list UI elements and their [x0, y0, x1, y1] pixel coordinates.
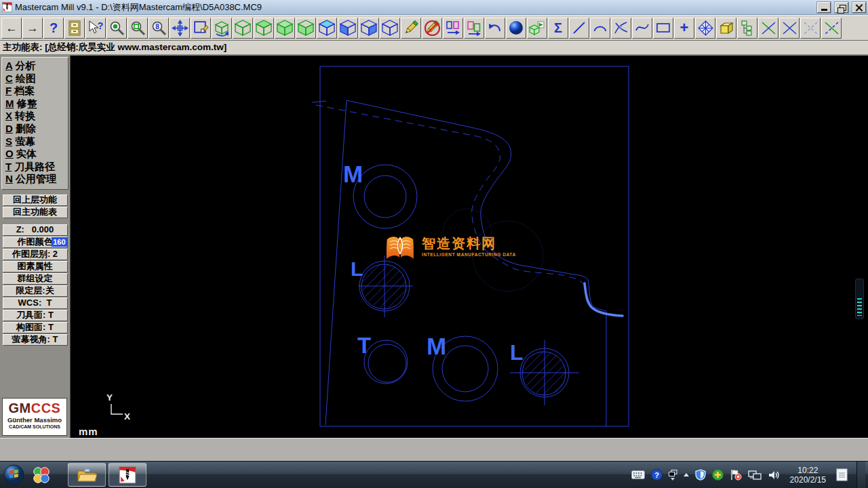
safety-plus-icon[interactable] — [712, 469, 724, 481]
cad-drawing[interactable]: MLTML Y X mm — [71, 56, 868, 438]
menu-item-solids[interactable]: O 实体 — [5, 148, 68, 161]
zoom-out-button[interactable]: 8 — [149, 18, 169, 39]
explorer-task-button[interactable] — [68, 463, 106, 487]
gview-side-button[interactable] — [296, 18, 316, 39]
mastercam-task-button[interactable] — [108, 463, 146, 487]
cplane-top-button[interactable] — [317, 18, 337, 39]
menu-item-create[interactable]: C 绘图 — [5, 73, 68, 85]
gview-shaded-button[interactable] — [275, 18, 295, 39]
notification-doc-icon[interactable] — [836, 468, 848, 481]
right-edge-widget[interactable] — [855, 279, 864, 319]
copy-offset-button[interactable] — [464, 18, 484, 39]
clock-time: 10:22 — [790, 466, 826, 475]
fit-view-button[interactable] — [170, 18, 190, 39]
xform-rotate-button[interactable] — [779, 18, 800, 39]
tick-line[interactable] — [312, 101, 326, 102]
part-label[interactable]: M — [343, 161, 363, 187]
menu-item-toolpaths[interactable]: T 刀具路径 — [5, 161, 68, 174]
transform-cube-icon — [529, 20, 546, 37]
network-icon[interactable] — [748, 470, 762, 481]
analyze-cursor-button[interactable]: ? — [85, 18, 106, 39]
back-button[interactable]: ← — [1, 18, 22, 39]
show-hidden-icon[interactable] — [684, 473, 689, 476]
gview-top-button[interactable] — [254, 18, 274, 39]
restore-icon — [840, 5, 846, 11]
menu-item-xform[interactable]: X 转换 — [5, 110, 68, 123]
xform-mirror-button[interactable] — [758, 18, 778, 39]
shade-sphere-button[interactable] — [506, 18, 526, 39]
draw-level-button[interactable]: 作图层别: 2 — [3, 249, 68, 260]
backup-button[interactable]: 回上层功能 — [3, 195, 68, 206]
xform-offset-button[interactable] — [821, 18, 842, 39]
menu-item-analyze[interactable]: A 分析 — [5, 60, 68, 73]
translate-button[interactable] — [443, 18, 463, 39]
menu-item-file[interactable]: F 档案 — [5, 85, 68, 98]
limit-level-button[interactable]: 限定层:关 — [3, 285, 68, 297]
part-labels: MLTML — [343, 161, 524, 365]
menu-item-screen[interactable]: S 萤幕 — [5, 136, 68, 148]
minimize-button[interactable] — [817, 2, 831, 13]
create-rectangle-button[interactable] — [653, 18, 673, 39]
part-label[interactable]: M — [427, 333, 446, 359]
xform-scale-button[interactable] — [800, 18, 821, 39]
cplane-front-button[interactable] — [338, 18, 358, 39]
part-label[interactable]: L — [510, 340, 524, 365]
rotate-view-button[interactable] — [212, 18, 232, 39]
gview-wireframe-button[interactable] — [233, 18, 253, 39]
create-arc-button[interactable] — [590, 18, 610, 39]
forward-button[interactable]: → — [22, 18, 43, 39]
part-label[interactable]: L — [351, 258, 363, 280]
operations-manager-button[interactable] — [737, 18, 757, 39]
transform-cube-button[interactable] — [527, 18, 547, 39]
part-geometry[interactable] — [312, 66, 629, 426]
taskbar-clock[interactable]: 10:22 2020/2/15 — [786, 466, 830, 485]
create-surface-button[interactable] — [695, 18, 715, 39]
menu-item-modify[interactable]: M 修整 — [5, 98, 68, 110]
create-solid-button[interactable] — [716, 18, 736, 39]
repaint-button[interactable] — [191, 18, 211, 39]
tool-plane-button[interactable]: 刀具面: T — [3, 310, 68, 321]
file-cabinet-button[interactable] — [64, 18, 85, 39]
wcs-button[interactable]: WCS: T — [3, 298, 68, 309]
zoom-in-button[interactable] — [106, 18, 127, 39]
security-shield-icon[interactable] — [695, 469, 706, 481]
calculator-sigma-button[interactable]: Σ — [548, 18, 568, 39]
action-center-icon[interactable] — [730, 469, 742, 481]
z-depth-button[interactable]: Z: 0.000 — [3, 224, 68, 236]
graphics-area[interactable]: MLTML Y X mm — [71, 56, 868, 438]
keyboard-icon[interactable] — [631, 470, 645, 479]
create-point-button[interactable]: + — [674, 18, 694, 39]
calculator-sigma-icon: Σ — [554, 21, 562, 35]
restore-button[interactable] — [835, 2, 848, 13]
delete-entity-button[interactable] — [422, 18, 442, 39]
ime-help-icon[interactable]: ? — [651, 469, 663, 481]
main-menu-button[interactable]: 回主功能表 — [3, 207, 68, 218]
groups-button[interactable]: 群组设定 — [3, 273, 68, 285]
browser-app-button[interactable] — [27, 462, 56, 488]
cplane-side-button[interactable] — [359, 18, 379, 39]
trim-button[interactable] — [611, 18, 631, 39]
close-button[interactable] — [852, 2, 866, 13]
attributes-button[interactable]: 图素属性 — [3, 261, 68, 272]
zoom-window-button[interactable] — [127, 18, 148, 39]
cplane-iso-button[interactable] — [380, 18, 400, 39]
bore-circle[interactable] — [364, 176, 406, 218]
sketch-pencil-button[interactable] — [401, 18, 421, 39]
part-label[interactable]: T — [357, 333, 371, 358]
draw-color-button[interactable]: 作图颜色160 — [3, 237, 68, 248]
create-line-button[interactable] — [569, 18, 589, 39]
window-restore-icon[interactable] — [669, 470, 677, 481]
hole-circle[interactable] — [368, 344, 406, 382]
help-button[interactable]: ? — [43, 18, 64, 39]
bore-circle[interactable] — [442, 346, 488, 392]
create-spline-button[interactable] — [632, 18, 652, 39]
start-button[interactable] — [0, 462, 27, 488]
menu-item-delete[interactable]: D 删除 — [5, 123, 68, 136]
menu-item-utilities[interactable]: N 公用管理 — [5, 173, 68, 186]
construction-plane-button[interactable]: 构图面: T — [3, 322, 68, 333]
volume-icon[interactable] — [768, 470, 780, 481]
undo-button[interactable] — [485, 18, 505, 39]
show-desktop-button[interactable] — [856, 462, 865, 488]
repaint-icon — [193, 20, 210, 37]
screen-view-button[interactable]: 萤幕视角: T — [3, 334, 68, 346]
